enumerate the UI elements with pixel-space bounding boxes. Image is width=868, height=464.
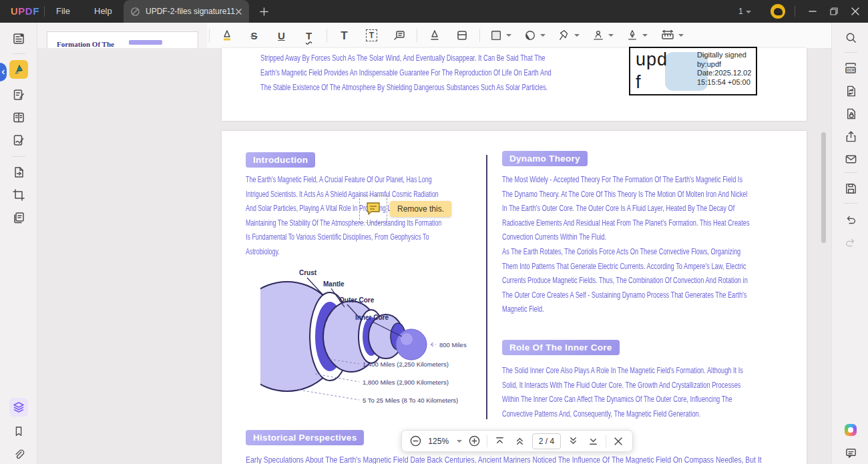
updf-app-window: UPDF File Help UPDF-2-files signature111… <box>0 0 868 464</box>
zoom-level: 125% <box>428 437 449 446</box>
sidebar-item-reader[interactable] <box>9 29 28 48</box>
zoom-in-icon <box>469 435 480 447</box>
pin-attachment-tool[interactable] <box>556 25 582 45</box>
zoom-in-button[interactable] <box>467 433 481 449</box>
text-tool[interactable]: T <box>335 25 355 45</box>
sidebar-item-convert[interactable] <box>9 163 28 182</box>
dynamo-line: Them Into Patterns That Generate Electri… <box>502 262 748 276</box>
sidebar-item-attachments[interactable] <box>9 445 28 463</box>
zoombar-divider <box>606 435 606 447</box>
restore-icon <box>830 7 838 15</box>
first-page-button[interactable] <box>493 433 507 449</box>
ellipse-shape-tool[interactable] <box>521 25 548 45</box>
sidebar-item-save[interactable] <box>841 179 860 198</box>
menu-file[interactable]: File <box>56 0 70 23</box>
ocr-label: OCR <box>847 68 855 72</box>
note-tooltip: Remove this. <box>390 201 451 217</box>
restore-button[interactable] <box>824 0 844 23</box>
intro-line: The Earth's Magnetic Field, A Crucial Fe… <box>246 175 441 190</box>
minimize-button[interactable] <box>803 0 823 23</box>
sidebar-item-share[interactable] <box>841 127 860 146</box>
toolbar-divider <box>327 29 327 42</box>
tab-close-icon[interactable] <box>235 8 242 15</box>
dynamo-line: In The Earth's Outer Core. The Outer Cor… <box>502 204 750 218</box>
dynamo-line: The Dynamo Theory. At The Core Of This T… <box>502 190 750 204</box>
eraser-tool[interactable] <box>452 25 472 45</box>
sidebar-item-feedback[interactable] <box>841 443 860 462</box>
redo-button[interactable] <box>841 234 860 252</box>
undo-button[interactable] <box>841 211 860 230</box>
pdf-page-1[interactable]: Stripped Away By Forces Such As The Sola… <box>222 48 807 121</box>
ellipse-icon <box>524 29 536 41</box>
underline-tool[interactable]: U <box>272 25 292 45</box>
sidebar-item-comment-active[interactable] <box>9 60 28 79</box>
callout-tool[interactable] <box>389 25 409 45</box>
digital-signature-stamp[interactable]: upd f Digitally signed by:updf Date:2025… <box>629 47 757 95</box>
dynamo-paragraph-1: The Most Widely - Accepted Theory For Th… <box>502 175 828 247</box>
note-selection-box[interactable] <box>359 195 387 223</box>
heading-role-inner-core: Role Of The Inner Core <box>502 340 620 355</box>
chevron-down-icon <box>678 34 684 37</box>
pdf-page-2[interactable]: Introduction The Earth's Magnetic Field,… <box>222 131 807 464</box>
vertical-scrollbar[interactable] <box>821 132 826 243</box>
sidebar-item-ocr[interactable]: OCR <box>841 59 860 77</box>
diagram-measure-4: 5 To 25 Miles (8 To 40 Kilometers) <box>363 397 458 404</box>
measure-tool[interactable] <box>658 25 687 45</box>
sticky-note-annotation-icon[interactable] <box>365 200 381 216</box>
stamp-tool[interactable] <box>590 25 616 45</box>
highlight-tool[interactable] <box>217 25 237 45</box>
sidebar-item-layers[interactable] <box>9 398 28 417</box>
share-icon <box>845 130 857 143</box>
menu-help[interactable]: Help <box>94 0 112 23</box>
chevron-down-icon <box>746 11 751 13</box>
heading-dynamo-theory: Dynamo Theory <box>502 151 588 166</box>
role-paragraph: The Solid Inner Core Also Plays A Role I… <box>502 366 819 423</box>
new-tab-button[interactable] <box>254 0 274 23</box>
pencil-tool[interactable] <box>425 25 445 45</box>
chevron-down-icon <box>608 34 614 37</box>
close-window-button[interactable] <box>845 0 865 23</box>
sidebar-item-crop[interactable] <box>9 186 28 204</box>
zoom-out-button[interactable] <box>409 433 423 449</box>
sidebar-item-fill-sign[interactable] <box>9 131 28 150</box>
sidebar-item-edit-pdf[interactable] <box>9 85 28 104</box>
sidebar-item-organize-pages[interactable] <box>9 108 28 127</box>
close-zoombar-button[interactable] <box>612 433 626 449</box>
sidebar-item-email[interactable] <box>841 150 860 168</box>
chevron-down-icon <box>574 34 580 37</box>
next-page-button[interactable] <box>566 433 580 449</box>
sidebar-item-protect[interactable] <box>841 104 860 123</box>
signature-tool[interactable] <box>624 25 650 45</box>
chevron-down-icon <box>642 34 648 37</box>
titlebar-page-dropdown[interactable]: 1 <box>738 0 751 23</box>
updf-logo: UPDF <box>11 5 39 17</box>
last-page-button[interactable] <box>586 433 600 449</box>
sidebar-item-ai-assistant[interactable] <box>841 421 860 439</box>
previous-page-button[interactable] <box>513 433 527 449</box>
dynamo-line: Radioactive Elements And Residual Heat F… <box>502 218 750 233</box>
dynamo-line: The Most Widely - Accepted Theory For Th… <box>502 175 750 190</box>
user-avatar[interactable] <box>771 4 785 19</box>
page-number-box[interactable]: 2 / 4 <box>532 433 561 449</box>
stamp-icon <box>592 29 604 41</box>
dynamo-line: Convection Currents Within The Fluid. <box>502 232 750 247</box>
zoom-dropdown-caret[interactable] <box>457 440 462 443</box>
convert-icon <box>12 166 25 179</box>
chevron-down-icon <box>506 34 511 37</box>
diagram-measure-3: 1,800 Miles (2,900 Kilometers) <box>363 379 449 386</box>
highlighter-icon <box>220 29 234 42</box>
squiggly-underline-tool[interactable]: T <box>299 25 319 45</box>
sidebar-item-extract-pages[interactable] <box>9 208 28 227</box>
search-icon <box>845 31 857 44</box>
document-tab[interactable]: UPDF-2-files signature111* <box>124 0 249 23</box>
strikethrough-tool[interactable]: S <box>244 25 264 45</box>
close-icon <box>614 437 623 446</box>
rectangle-shape-tool[interactable] <box>487 25 514 45</box>
sidebar-item-search[interactable] <box>841 28 860 47</box>
sidebar-item-convert-file[interactable] <box>841 81 860 100</box>
go-bottom-icon <box>588 436 598 446</box>
text-box-tool[interactable]: T <box>362 25 382 45</box>
sidebar-item-bookmarks[interactable] <box>9 422 28 441</box>
edit-pdf-icon <box>12 88 25 101</box>
document-workspace: Stripped Away By Forces Such As The Sola… <box>37 48 823 464</box>
